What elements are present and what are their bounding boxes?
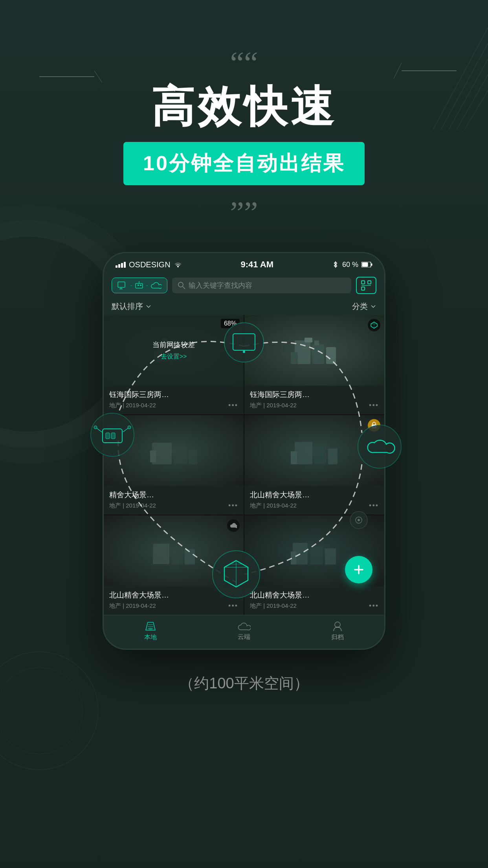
bottom-caption: （约100平米空间） [179,673,308,693]
item-tags: 地产 | 2019-04-22 [109,502,156,509]
separator: - [130,281,132,290]
svg-point-50 [374,426,375,427]
grid-item[interactable]: 北山精舍大场景… 地产 | 2019-04-22 ••• [104,515,244,615]
grid-item[interactable]: 北山精舍大场景… 地产 | 2019-04-22 ••• [244,415,384,515]
item-tags: 地产 | 2019-04-22 [250,502,297,509]
grid-item-info: 北山精舍大场景… 地产 | 2019-04-22 ••• [244,586,384,615]
fab-add-button[interactable] [345,556,372,583]
search-bar[interactable]: 输入关键字查找内容 [172,278,351,293]
tab-bar: 本地 云端 归档 [104,615,384,649]
quote-bottom: ”” [230,197,258,228]
item-meta: 地产 | 2019-04-22 ••• [109,602,238,610]
plus-icon [352,563,366,577]
svg-rect-44 [189,450,197,464]
item-title: 精舍大场景… [109,490,238,500]
grid-item[interactable]: 钰海国际三房两… 地产 | 2019-04-22 ••• [244,315,384,414]
classify-chevron-icon [370,303,376,310]
item-tags: 地产 | 2019-04-22 [250,602,297,610]
item-title: 钰海国际三房两… [250,390,379,400]
svg-rect-55 [310,546,323,565]
subtitle-badge: 10分钟全自动出结果 [123,142,365,185]
svg-line-69 [97,428,102,432]
tab-archive-label: 归档 [331,633,344,642]
bluetooth-icon [332,261,339,268]
network-error-text: 当前网络较差 [152,340,195,349]
search-placeholder: 输入关键字查找内容 [189,281,252,290]
tab-archive[interactable]: 归档 [331,621,344,642]
icon-group[interactable]: - - [112,278,167,293]
status-right: 60 % [332,261,372,269]
svg-line-9 [94,71,102,83]
network-settings-link[interactable]: 去设置>> [161,353,187,361]
cloud-status-badge [227,519,240,532]
sort-chevron-icon [145,303,152,310]
lock-badge [368,419,380,432]
svg-rect-56 [325,548,336,565]
svg-rect-57 [291,552,296,565]
aerial-scene-3 [104,415,244,486]
tab-cloud-icon [237,621,251,631]
sort-left[interactable]: 默认排序 [112,301,152,312]
item-more-button[interactable]: ••• [228,602,238,610]
item-title: 北山精舍大场景… [109,590,238,600]
svg-rect-48 [291,451,297,464]
tab-cloud-label: 云端 [238,633,250,641]
svg-rect-43 [150,451,156,462]
wifi-icon [174,260,182,269]
3d-badge [368,319,380,331]
grid-item-image [244,315,384,386]
signal-bars [116,262,126,268]
battery-icon [361,262,372,267]
tab-local[interactable]: 本地 [144,621,157,642]
item-more-button[interactable]: ••• [369,401,379,410]
grid-item[interactable]: 精舍大场景… 地产 | 2019-04-22 ••• [104,415,244,515]
classify-right[interactable]: 分类 [352,301,376,312]
svg-rect-52 [172,548,183,565]
item-tags: 地产 | 2019-04-22 [250,402,297,409]
aerial-scene-2 [244,315,384,386]
phone-section: OSDESIGN 9:41 AM 60 % [67,252,421,650]
status-bar: OSDESIGN 9:41 AM 60 % [104,253,384,273]
grid-item[interactable]: 当前网络较差 去设置>> 68% 钰海国际三房两… 地产 | 2019-04-2… [104,315,244,414]
local-icon [145,621,156,632]
svg-rect-15 [118,282,125,287]
aerial-scene-4 [244,415,384,486]
grid-item-image [104,415,244,486]
svg-rect-38 [314,340,319,345]
svg-line-23 [183,287,185,289]
tab-local-label: 本地 [144,633,157,642]
svg-rect-20 [138,285,139,286]
grid-item-image: 当前网络较差 去设置>> 68% [104,315,244,386]
item-tags: 地产 | 2019-04-22 [109,602,156,610]
svg-rect-36 [291,352,298,364]
signal-bar-4 [124,262,126,268]
app-header: - - [104,273,384,298]
sort-label: 默认排序 [112,301,143,312]
quote-top: ““ [230,47,258,79]
scan-button[interactable] [356,277,376,294]
svg-point-61 [335,622,340,627]
tab-cloud[interactable]: 云端 [237,621,251,641]
item-more-button[interactable]: ••• [369,602,379,610]
status-time: 9:41 AM [241,259,274,270]
svg-point-5 [0,652,98,770]
sort-bar: 默认排序 分类 [104,298,384,315]
item-meta: 地产 | 2019-04-22 ••• [109,401,238,410]
item-meta: 地产 | 2019-04-22 ••• [250,401,379,410]
item-title: 北山精舍大场景… [250,490,379,500]
item-more-button[interactable]: ••• [369,502,379,510]
svg-rect-42 [174,447,187,464]
svg-rect-13 [362,263,368,267]
item-more-button[interactable]: ••• [228,502,238,510]
svg-rect-34 [312,344,324,364]
item-meta: 地产 | 2019-04-22 ••• [250,502,379,510]
item-more-button[interactable]: ••• [228,401,238,410]
separator2: - [146,281,148,290]
svg-line-11 [394,63,402,79]
svg-rect-45 [295,442,312,464]
svg-rect-18 [136,283,143,288]
svg-rect-35 [326,347,336,364]
grid-item-info: 北山精舍大场景… 地产 | 2019-04-22 ••• [104,586,244,615]
svg-rect-24 [361,281,365,284]
signal-bar-3 [121,263,123,268]
